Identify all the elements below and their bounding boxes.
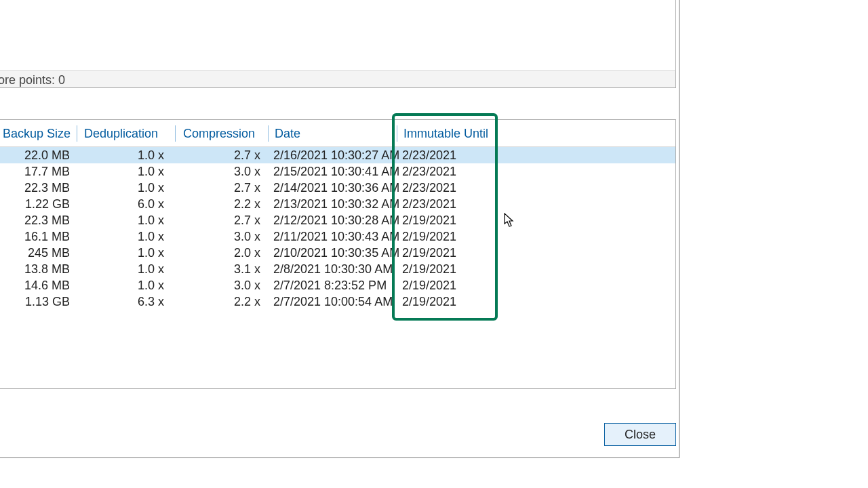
upper-blank-panel — [0, 0, 676, 70]
cell-date: 2/10/2021 10:30:35 AM — [272, 245, 397, 261]
cell-date: 2/11/2021 10:30:43 AM — [272, 228, 397, 245]
cell-deduplication: 1.0 x — [81, 277, 176, 293]
cell-compression: 3.1 x — [180, 261, 269, 277]
cell-immutable-until: 2/19/2021 — [401, 228, 496, 245]
table-row[interactable]: 245 MB1.0 x2.0 x2/10/2021 10:30:35 AM2/1… — [0, 245, 675, 261]
cell-deduplication: 1.0 x — [81, 147, 176, 163]
cell-date: 2/12/2021 10:30:28 AM — [272, 212, 397, 228]
restore-points-label: Restore points: 0 — [0, 70, 676, 88]
table-row[interactable]: 1.22 GB6.0 x2.2 x2/13/2021 10:30:32 AM2/… — [0, 196, 675, 212]
table-row[interactable]: 17.7 MB1.0 x3.0 x2/15/2021 10:30:41 AM2/… — [0, 163, 675, 180]
col-header-backup-size[interactable]: Backup Size — [0, 120, 78, 147]
col-separator — [77, 125, 77, 142]
cell-compression: 2.2 x — [180, 293, 269, 310]
close-button[interactable]: Close — [604, 423, 676, 446]
cell-immutable-until: 2/19/2021 — [401, 293, 496, 310]
cell-date: 2/7/2021 10:00:54 AM — [272, 293, 397, 310]
cell-compression: 2.7 x — [180, 147, 269, 163]
cell-backup-size: 16.1 MB — [0, 228, 78, 245]
table-row[interactable]: 22.3 MB1.0 x2.7 x2/12/2021 10:30:28 AM2/… — [0, 212, 675, 228]
table-row[interactable]: 16.1 MB1.0 x3.0 x2/11/2021 10:30:43 AM2/… — [0, 228, 675, 245]
cell-immutable-until: 2/23/2021 — [401, 147, 496, 163]
cell-immutable-until: 2/19/2021 — [401, 245, 496, 261]
cell-deduplication: 6.3 x — [81, 293, 176, 310]
table-row[interactable]: 22.0 MB1.0 x2.7 x2/16/2021 10:30:27 AM2/… — [0, 147, 675, 163]
cell-backup-size: 245 MB — [0, 245, 78, 261]
cell-date: 2/7/2021 8:23:52 PM — [272, 277, 397, 293]
table-row[interactable]: 1.13 GB6.3 x2.2 x2/7/2021 10:00:54 AM2/1… — [0, 293, 675, 310]
col-header-date[interactable]: Date — [272, 120, 397, 147]
cell-backup-size: 22.3 MB — [0, 180, 78, 196]
cell-backup-size: 22.0 MB — [0, 147, 78, 163]
cell-immutable-until: 2/19/2021 — [401, 261, 496, 277]
table-header-row: Backup Size Deduplication Compression Da… — [0, 120, 675, 147]
cell-immutable-until: 2/23/2021 — [401, 163, 496, 180]
col-header-immutable-until[interactable]: Immutable Until — [401, 120, 496, 147]
cell-date: 2/16/2021 10:30:27 AM — [272, 147, 397, 163]
cell-deduplication: 1.0 x — [81, 245, 176, 261]
table-row[interactable]: 14.6 MB1.0 x3.0 x2/7/2021 8:23:52 PM2/19… — [0, 277, 675, 293]
col-header-compression[interactable]: Compression — [180, 120, 269, 147]
cell-compression: 2.7 x — [180, 212, 269, 228]
cell-immutable-until: 2/19/2021 — [401, 277, 496, 293]
cell-deduplication: 1.0 x — [81, 261, 176, 277]
cell-backup-size: 13.8 MB — [0, 261, 78, 277]
cell-deduplication: 1.0 x — [81, 180, 176, 196]
table-row[interactable]: 13.8 MB1.0 x3.1 x2/8/2021 10:30:30 AM2/1… — [0, 261, 675, 277]
cell-immutable-until: 2/23/2021 — [401, 180, 496, 196]
col-separator — [268, 125, 269, 142]
cell-backup-size: 14.6 MB — [0, 277, 78, 293]
cell-immutable-until: 2/23/2021 — [401, 196, 496, 212]
restore-points-table[interactable]: Backup Size Deduplication Compression Da… — [0, 119, 676, 389]
cell-compression: 2.2 x — [180, 196, 269, 212]
cell-date: 2/13/2021 10:30:32 AM — [272, 196, 397, 212]
cell-compression: 2.7 x — [180, 180, 269, 196]
cell-compression: 2.0 x — [180, 245, 269, 261]
cell-deduplication: 1.0 x — [81, 212, 176, 228]
table-body: 22.0 MB1.0 x2.7 x2/16/2021 10:30:27 AM2/… — [0, 147, 675, 310]
table-row[interactable]: 22.3 MB1.0 x2.7 x2/14/2021 10:30:36 AM2/… — [0, 180, 675, 196]
cell-date: 2/15/2021 10:30:41 AM — [272, 163, 397, 180]
cell-deduplication: 6.0 x — [81, 196, 176, 212]
cell-compression: 3.0 x — [180, 228, 269, 245]
cell-backup-size: 1.22 GB — [0, 196, 78, 212]
cell-backup-size: 22.3 MB — [0, 212, 78, 228]
col-header-deduplication[interactable]: Deduplication — [81, 120, 176, 147]
cell-date: 2/14/2021 10:30:36 AM — [272, 180, 397, 196]
cell-backup-size: 1.13 GB — [0, 293, 78, 310]
cell-backup-size: 17.7 MB — [0, 163, 78, 180]
cell-compression: 3.0 x — [180, 277, 269, 293]
col-separator — [175, 125, 176, 142]
cell-immutable-until: 2/19/2021 — [401, 212, 496, 228]
cell-compression: 3.0 x — [180, 163, 269, 180]
cell-date: 2/8/2021 10:30:30 AM — [272, 261, 397, 277]
col-separator — [397, 125, 397, 142]
cell-deduplication: 1.0 x — [81, 228, 176, 245]
cell-deduplication: 1.0 x — [81, 163, 176, 180]
